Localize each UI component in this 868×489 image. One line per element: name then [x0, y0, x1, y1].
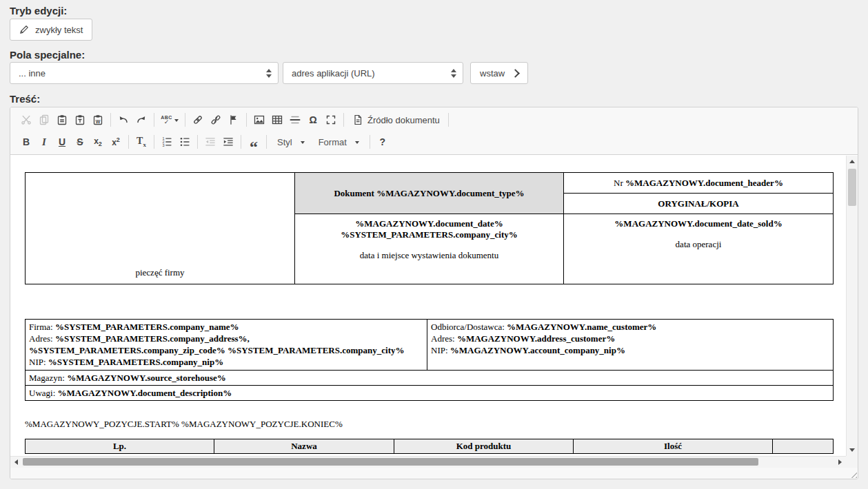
company-nip-line: NIP: %SYSTEM_PARAMETERS.company_nip% — [29, 356, 423, 368]
table-button[interactable] — [268, 111, 286, 129]
question-mark-icon: ? — [380, 136, 386, 147]
scroll-left-button[interactable] — [10, 457, 22, 468]
paste-icon — [57, 114, 68, 125]
strikethrough-icon: S — [77, 136, 83, 147]
items-header-ilosc: Ilość — [574, 439, 773, 454]
toolbar-separator — [343, 113, 344, 127]
vertical-scrollbar-thumb[interactable] — [848, 169, 856, 206]
toolbar-separator — [241, 135, 241, 149]
toolbar-separator — [197, 135, 198, 149]
storehouse-cell: Magazyn: %MAGAZYNOWY.source_storehouse% — [26, 371, 834, 386]
insert-button[interactable]: wstaw — [470, 62, 528, 84]
edit-mode-button[interactable]: zwykły tekst — [10, 19, 92, 41]
chevron-down-icon — [301, 141, 305, 146]
copy-icon — [39, 114, 50, 125]
chevron-down-icon — [174, 119, 179, 124]
horizontal-rule-icon — [290, 114, 301, 125]
horizontal-scrollbar[interactable] — [10, 456, 846, 468]
subscript-button[interactable]: x2 — [89, 133, 107, 151]
field-value-select[interactable]: adres aplikacji (URL) — [283, 62, 463, 84]
style-combo[interactable]: Styl — [270, 133, 312, 151]
anchor-button[interactable] — [225, 111, 243, 129]
remove-format-icon: Tx — [137, 136, 146, 148]
special-fields-label: Pola specjalne: — [10, 49, 85, 61]
cut-button[interactable] — [17, 111, 35, 129]
spell-check-mark: ✓ — [164, 119, 170, 125]
undo-button[interactable] — [114, 111, 132, 129]
toolbar-separator — [154, 135, 154, 149]
paste-button[interactable] — [53, 111, 71, 129]
toolbar-separator — [448, 113, 449, 127]
maximize-icon — [325, 114, 336, 125]
bold-button[interactable]: B — [17, 133, 35, 151]
style-combo-label: Styl — [277, 137, 292, 147]
italic-button[interactable]: I — [35, 133, 53, 151]
vertical-scrollbar[interactable] — [846, 156, 858, 456]
svg-text:W: W — [96, 119, 101, 124]
link-button[interactable] — [189, 111, 207, 129]
original-copy-cell: ORYGINAŁ/KOPIA — [564, 194, 834, 214]
document-type-cell: Dokument %MAGAZYNOWY.document_type% — [295, 173, 564, 214]
toolbar-separator — [185, 113, 185, 127]
toolbar-separator — [266, 135, 267, 149]
customer-name-line: Odbiorca/Dostawca: %MAGAZYNOWY.name_cust… — [431, 321, 829, 333]
toolbar-separator — [246, 113, 247, 127]
company-address-line: Adres: %SYSTEM_PARAMETERS.company_addres… — [29, 333, 423, 356]
field-category-select-value: ... inne — [19, 68, 46, 79]
bulleted-list-icon — [179, 136, 190, 147]
document-source-button[interactable]: Źródło dokumentu — [347, 111, 445, 129]
scroll-right-button[interactable] — [834, 457, 846, 468]
field-value-select-value: adres aplikacji (URL) — [292, 68, 375, 79]
triangle-right-icon — [838, 459, 842, 465]
scroll-up-button[interactable] — [847, 156, 858, 167]
superscript-button[interactable]: x2 — [107, 133, 125, 151]
scroll-down-button[interactable] — [847, 444, 858, 456]
strikethrough-button[interactable]: S — [71, 133, 89, 151]
document-header-table: pieczęć firmy Dokument %MAGAZYNOWY.docum… — [25, 172, 834, 284]
spell-check-button[interactable]: ABC ✓ — [158, 111, 181, 129]
stamp-cell: pieczęć firmy — [26, 173, 295, 284]
field-category-select[interactable]: ... inne — [10, 62, 279, 84]
remove-format-button[interactable]: Tx — [132, 133, 150, 151]
document-canvas[interactable]: pieczęć firmy Dokument %MAGAZYNOWY.docum… — [10, 156, 846, 456]
triangle-left-icon — [14, 459, 18, 465]
chevron-right-icon — [511, 69, 520, 78]
decrease-indent-button[interactable] — [201, 133, 219, 151]
unlink-button[interactable] — [207, 111, 225, 129]
editor-bottom-bar — [10, 468, 858, 479]
items-header-nazwa: Nazwa — [214, 439, 394, 454]
image-button[interactable] — [250, 111, 268, 129]
chevron-down-icon — [355, 141, 359, 146]
resize-grip[interactable] — [848, 469, 857, 478]
redo-button[interactable] — [132, 111, 150, 129]
copy-button[interactable] — [35, 111, 53, 129]
numbered-list-button[interactable]: 123 — [158, 133, 176, 151]
select-spinner-icon — [260, 63, 278, 83]
bulleted-list-button[interactable] — [176, 133, 194, 151]
blockquote-button[interactable]: “ — [245, 133, 263, 151]
maximize-button[interactable] — [322, 111, 340, 129]
company-name-line: Firma: %SYSTEM_PARAMETERS.company_name% — [29, 321, 423, 333]
superscript-icon: x2 — [112, 136, 120, 147]
items-table: Lp. Nazwa Kod produktu Ilość — [25, 439, 834, 454]
special-character-button[interactable]: Ω — [304, 111, 322, 129]
numbered-list-icon: 123 — [161, 136, 172, 147]
horizontal-rule-button[interactable] — [286, 111, 304, 129]
format-combo[interactable]: Format — [312, 133, 366, 151]
items-header-lp: Lp. — [26, 439, 214, 454]
underline-button[interactable]: U — [53, 133, 71, 151]
paste-plain-text-button[interactable] — [71, 111, 89, 129]
pencil-icon — [19, 25, 29, 34]
redo-icon — [136, 114, 147, 125]
anchor-flag-icon — [228, 114, 239, 125]
subscript-icon: x2 — [94, 136, 102, 147]
items-header-kod-produktu: Kod produktu — [394, 439, 574, 454]
insert-button-label: wstaw — [480, 68, 505, 79]
scrollbar-corner — [846, 456, 858, 468]
horizontal-scrollbar-thumb[interactable] — [23, 458, 758, 466]
increase-indent-button[interactable] — [219, 133, 237, 151]
customer-address-line: Adres: %MAGAZYNOWY.address_customer% — [431, 333, 829, 344]
about-button[interactable]: ? — [374, 133, 392, 151]
italic-icon: I — [42, 136, 46, 148]
paste-from-word-button[interactable]: W — [89, 111, 107, 129]
